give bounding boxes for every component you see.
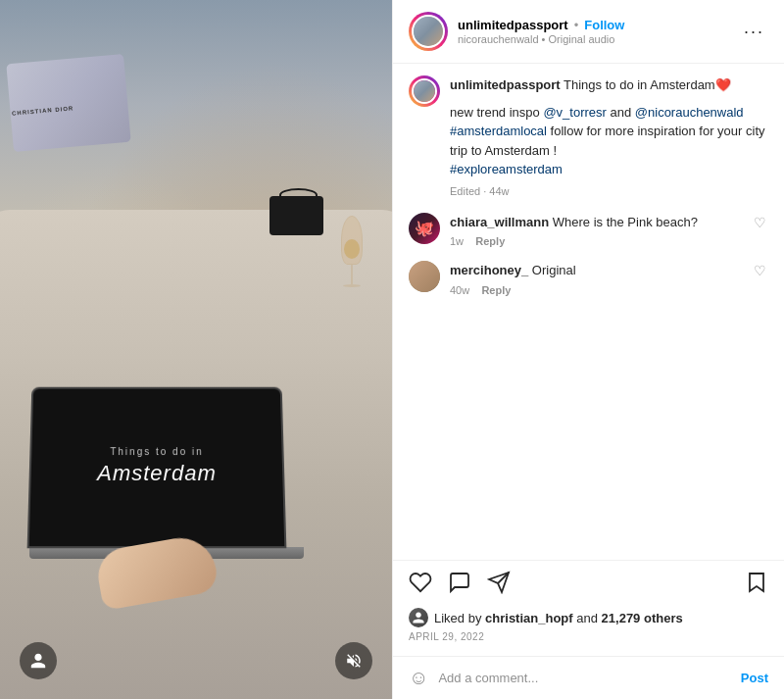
follow-button[interactable]: Follow	[584, 18, 624, 32]
caption-heart: ❤️	[715, 77, 731, 92]
video-controls	[0, 642, 392, 679]
post-date: APRIL 29, 2022	[409, 631, 768, 642]
video-panel: CHRISTIAN DIOR Things to do in Amsterdam	[0, 0, 392, 699]
post-username[interactable]: unlimitedpassport	[458, 18, 568, 32]
caption-body: new trend inspo @v_torresr and @nicorauc…	[450, 103, 768, 179]
comment-body: mercihoney_ Original 40w Reply	[450, 261, 752, 296]
caption-block: unlimitedpassport Things to do in Amster…	[409, 75, 768, 197]
action-left	[409, 571, 511, 600]
liker-avatar	[409, 608, 428, 627]
caption-avatar-ring	[409, 75, 440, 107]
more-options-button[interactable]: ···	[740, 18, 768, 46]
likes-row: Liked by christian_hopf and 21,279 other…	[409, 608, 768, 627]
like-comment-button[interactable]: ♡	[752, 213, 768, 232]
chiara-avatar: 🐙	[409, 213, 440, 244]
likes-and: and	[576, 611, 598, 625]
emoji-button[interactable]: ☺	[409, 667, 428, 689]
comments-area: unlimitedpassport Things to do in Amster…	[393, 64, 784, 560]
hashtag-1[interactable]: #amsterdamlocal	[450, 124, 547, 138]
post-button[interactable]: Post	[741, 671, 768, 685]
laptop-small-text: Things to do in	[110, 446, 203, 457]
caption-and: and	[607, 105, 635, 120]
actions-bar: Liked by christian_hopf and 21,279 other…	[393, 560, 784, 656]
comment-username[interactable]: mercihoney_	[450, 263, 528, 277]
header-info: unlimitedpassport • Follow nicorauchenwa…	[458, 18, 740, 45]
comment-text: chiara_willmann Where is the Pink beach?	[450, 213, 752, 232]
comment-right: chiara_willmann Where is the Pink beach?…	[450, 213, 768, 248]
bag	[270, 196, 323, 235]
like-button[interactable]	[409, 571, 432, 600]
reply-button[interactable]: Reply	[481, 284, 511, 296]
avatar-ring	[409, 12, 448, 51]
like-comment-button[interactable]: ♡	[752, 261, 768, 280]
liked-by-label: Liked by	[434, 611, 481, 625]
caption-body-text: new trend inspo	[450, 105, 543, 120]
comment-content-text: Original	[532, 263, 576, 277]
comment-body: chiara_willmann Where is the Pink beach?…	[450, 213, 752, 248]
add-comment-bar: ☺ Post	[393, 656, 784, 699]
caption-username[interactable]: unlimitedpassport	[450, 77, 561, 92]
save-button[interactable]	[745, 571, 768, 600]
profile-icon[interactable]	[20, 642, 57, 679]
dot-separator: •	[574, 18, 579, 32]
comment-content-text: Where is the Pink beach?	[553, 215, 698, 229]
mention-2[interactable]: @nicorauchenwald	[635, 105, 744, 120]
likes-text: Liked by christian_hopf and 21,279 other…	[434, 611, 683, 625]
liker-name[interactable]: christian_hopf	[485, 611, 573, 625]
avatar	[412, 15, 445, 48]
blanket-decoration	[6, 54, 130, 152]
merci-avatar	[409, 261, 440, 292]
comment-meta: 40w Reply	[450, 284, 752, 296]
comment-time: 1w	[450, 235, 464, 247]
mute-icon[interactable]	[335, 642, 372, 679]
share-button[interactable]	[487, 571, 511, 600]
comment-input[interactable]	[438, 671, 730, 685]
comment-item: mercihoney_ Original 40w Reply ♡	[409, 261, 768, 296]
comment-text: mercihoney_ Original	[450, 261, 752, 280]
comment-right: mercihoney_ Original 40w Reply ♡	[450, 261, 768, 296]
comment-time: 40w	[450, 284, 469, 296]
post-header: unlimitedpassport • Follow nicorauchenwa…	[393, 0, 784, 64]
caption-avatar	[412, 78, 437, 104]
comment-item: 🐙 chiara_willmann Where is the Pink beac…	[409, 213, 768, 248]
post-panel: unlimitedpassport • Follow nicorauchenwa…	[392, 0, 784, 699]
comment-meta: 1w Reply	[450, 235, 752, 247]
mention-1[interactable]: @v_torresr	[543, 105, 607, 120]
likes-count: 21,279 others	[602, 611, 683, 625]
header-subtext: nicorauchenwald • Original audio	[458, 33, 740, 45]
hashtag-2[interactable]: #exploreamsterdam	[450, 162, 563, 176]
caption-text: unlimitedpassport Things to do in Amster…	[450, 75, 768, 95]
header-top: unlimitedpassport • Follow	[458, 18, 740, 32]
comment-username[interactable]: chiara_willmann	[450, 215, 549, 229]
svg-marker-2	[750, 574, 763, 591]
action-icons	[409, 571, 768, 600]
edited-label: Edited · 44w	[450, 185, 768, 197]
reply-button[interactable]: Reply	[475, 235, 505, 247]
wine-glass	[341, 216, 363, 294]
avatar-image	[414, 17, 443, 46]
comment-button[interactable]	[448, 571, 471, 600]
laptop-large-text: Amsterdam	[97, 461, 217, 486]
caption-main-text: Things to do in Amsterdam	[561, 77, 715, 92]
caption-content: unlimitedpassport Things to do in Amster…	[450, 75, 768, 197]
